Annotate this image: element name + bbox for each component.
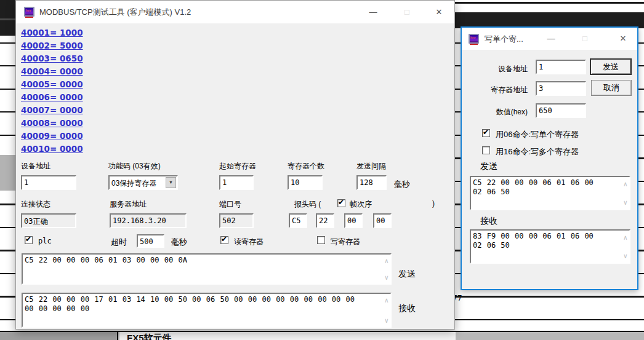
dlg-send-button[interactable]: 发送 (590, 58, 632, 75)
write-register-label: 写寄存器 (331, 237, 360, 247)
dlg-register-address-label: 寄存器地址 (466, 85, 528, 95)
chevron-down-icon[interactable]: ▼ (166, 177, 176, 188)
register-link[interactable]: 40006= 0000 (21, 92, 83, 105)
maximize-icon[interactable]: □ (574, 28, 595, 50)
dlg-value-hex-label: 数值(hex) (466, 107, 528, 117)
desktop: 77 FX5软元件 hnr MODBUS/TCP测试工具 (客户端模式) V1.… (0, 0, 644, 340)
register-count-label: 寄存器个数 (288, 161, 324, 172)
scroll-down-icon[interactable]: ∨ (623, 200, 627, 206)
main-window: hnr MODBUS/TCP测试工具 (客户端模式) V1.2 — □ ✕ 40… (15, 0, 455, 330)
background-bottom-bar-right: FX5软元件 (119, 332, 456, 340)
scroll-up-icon[interactable]: ∧ (384, 298, 388, 304)
background-dark-block-divider (0, 18, 15, 20)
header-byte-0-input[interactable]: C5 (289, 213, 307, 228)
main-window-title: MODBUS/TCP测试工具 (客户端模式) V1.2 (39, 7, 191, 18)
read-register-label: 读寄存器 (234, 237, 264, 247)
register-link[interactable]: 40003= 0650 (21, 53, 83, 66)
dlg-receive-textarea[interactable]: 83 F9 00 00 00 06 01 06 00 02 06 50 ∧ ∨ (470, 229, 630, 264)
dialog-title: 写单个寄... (485, 34, 523, 45)
send-interval-input[interactable]: 128 (356, 175, 387, 190)
background-dark-block-left (0, 0, 15, 36)
scroll-up-icon[interactable]: ∧ (623, 235, 627, 241)
header-byte-3-input[interactable]: 00 (373, 213, 392, 228)
function-code-select[interactable]: 03保持寄存器 ▼ (108, 175, 178, 190)
receive-label: 接收 (398, 303, 416, 314)
scroll-down-icon[interactable]: ∨ (384, 318, 388, 324)
dlg-register-address-input[interactable]: 3 (536, 81, 586, 96)
send-data-text: C5 22 00 00 00 06 01 03 00 00 00 0A (25, 256, 360, 265)
dlg-cmd16-checkbox[interactable] (482, 146, 490, 154)
frame-order-checkbox[interactable]: ✔ (337, 199, 345, 207)
check-icon: ✔ (221, 235, 227, 243)
start-register-label: 起始寄存器 (219, 161, 256, 172)
register-link[interactable]: 40008= 0000 (21, 118, 83, 131)
dlg-cancel-button[interactable]: 取消 (591, 80, 632, 96)
register-count-input[interactable]: 10 (288, 175, 323, 190)
maximize-icon[interactable]: □ (396, 1, 417, 23)
register-link[interactable]: 40007= 0000 (21, 105, 83, 118)
header-code-close-paren: ) (432, 199, 435, 208)
main-titlebar[interactable]: hnr MODBUS/TCP测试工具 (客户端模式) V1.2 — □ ✕ (16, 1, 454, 23)
read-register-checkbox[interactable]: ✔ (220, 236, 228, 244)
dialog-titlebar[interactable]: hnr 写单个寄... — □ ✕ (462, 28, 637, 50)
timeout-label: 超时 (111, 237, 127, 248)
app-icon: hnr (469, 34, 479, 44)
register-link[interactable]: 40002= 5000 (21, 41, 83, 53)
scroll-up-icon[interactable]: ∧ (384, 258, 388, 264)
minimize-icon[interactable]: — (363, 1, 384, 23)
port-input[interactable]: 502 (219, 213, 254, 228)
device-address-label: 设备地址 (21, 161, 50, 172)
send-data-textarea[interactable]: C5 22 00 00 00 06 01 03 00 00 00 0A ∧ ∨ (22, 253, 392, 285)
close-icon[interactable]: ✕ (429, 1, 449, 23)
register-link[interactable]: 40005= 0000 (21, 79, 83, 92)
dlg-device-address-label: 设备地址 (466, 64, 528, 74)
device-address-input[interactable]: 1 (21, 175, 76, 190)
register-link[interactable]: 40001= 1000 (21, 28, 83, 41)
dlg-receive-label: 接收 (480, 216, 497, 227)
connect-status-value: 03正确 (21, 213, 76, 228)
background-window-caption: FX5软元件 (127, 333, 172, 340)
register-link[interactable]: 40004= 0000 (21, 66, 83, 79)
check-icon: ✔ (483, 128, 489, 136)
scroll-down-icon[interactable]: ∨ (623, 253, 627, 259)
background-bottom-bar: FX5软元件 (0, 331, 644, 340)
plc-checkbox[interactable]: ✔ (25, 236, 33, 244)
header-byte-2-input[interactable]: 00 (344, 213, 363, 228)
server-address-label: 服务器地址 (110, 199, 147, 210)
send-label: 发送 (398, 269, 416, 280)
start-register-input[interactable]: 1 (219, 175, 254, 190)
close-icon[interactable]: ✕ (613, 28, 634, 50)
plc-label: plc (38, 237, 52, 245)
port-label: 端口号 (219, 199, 241, 210)
register-link[interactable]: 40010= 0000 (21, 144, 83, 157)
register-link[interactable]: 40009= 0000 (21, 131, 83, 144)
header-code-label: 报头码 ( (294, 199, 321, 210)
background-gray-block-left (0, 155, 15, 191)
send-interval-unit: 毫秒 (394, 179, 410, 190)
write-register-checkbox[interactable] (317, 236, 325, 244)
dlg-cmd06-checkbox[interactable]: ✔ (482, 129, 490, 137)
dlg-cmd16-label: 用16命令:写多个寄存器 (496, 146, 579, 157)
dlg-send-label: 发送 (480, 161, 497, 172)
dlg-value-hex-input[interactable]: 650 (536, 103, 586, 118)
dlg-receive-text: 83 F9 00 00 00 06 01 06 00 02 06 50 (473, 232, 605, 250)
dlg-cmd06-label: 用06命令:写单个寄存器 (496, 129, 579, 140)
dlg-device-address-input[interactable]: 1 (536, 60, 586, 74)
server-address-input[interactable]: 192.168.3.20 (110, 213, 187, 228)
frame-order-label: 帧次序 (350, 199, 372, 210)
scroll-up-icon[interactable]: ∧ (623, 181, 627, 188)
send-interval-label: 发送间隔 (356, 161, 386, 172)
minimize-icon[interactable]: — (541, 28, 561, 50)
connect-status-label: 连接状态 (21, 199, 50, 210)
header-byte-1-input[interactable]: 22 (316, 213, 334, 228)
function-code-label: 功能码 (03有效) (108, 161, 161, 172)
receive-data-text: C5 22 00 00 00 17 01 03 14 10 00 50 00 0… (25, 295, 360, 314)
timeout-unit: 毫秒 (171, 237, 187, 248)
timeout-input[interactable]: 500 (137, 234, 164, 248)
write-register-dialog: hnr 写单个寄... — □ ✕ 设备地址 寄存器地址 数值(hex) 1 3… (461, 26, 638, 290)
dlg-send-textarea[interactable]: C5 22 00 00 00 06 01 06 00 02 06 50 ∧ ∨ (470, 176, 630, 210)
background-bottom-bar-left (0, 332, 118, 340)
scroll-down-icon[interactable]: ∨ (384, 275, 388, 281)
receive-data-textarea[interactable]: C5 22 00 00 00 17 01 03 14 10 00 50 00 0… (22, 293, 392, 328)
check-icon: ✔ (338, 198, 344, 207)
